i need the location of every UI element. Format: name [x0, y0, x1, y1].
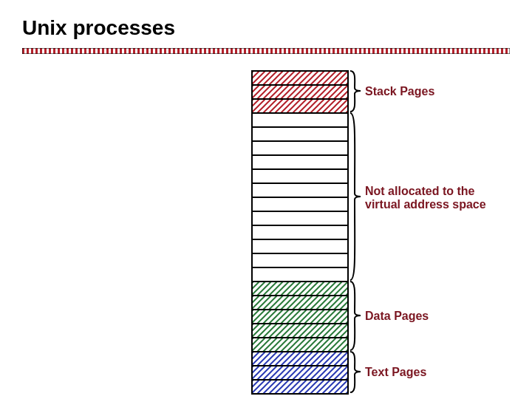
memory-page: [253, 310, 347, 324]
memory-page: [253, 366, 347, 381]
label-text: Text Pages: [365, 366, 426, 379]
svg-rect-8: [253, 324, 347, 337]
memory-page: [253, 184, 347, 198]
page-title: Unix processes: [22, 16, 175, 40]
memory-page: [253, 170, 347, 184]
memory-page: [253, 226, 347, 240]
svg-rect-9: [253, 338, 347, 351]
memory-page: [253, 254, 347, 268]
brace-stack: [349, 70, 362, 112]
memory-page: [253, 142, 347, 156]
memory-page: [253, 268, 347, 282]
brace-text: [349, 351, 362, 393]
memory-page: [253, 72, 347, 86]
title-divider: [22, 48, 510, 54]
memory-page: [253, 338, 347, 352]
memory-page: [253, 100, 347, 114]
memory-page: [253, 282, 347, 296]
label-data: Data Pages: [365, 310, 429, 323]
label-unalloc-l1: Not allocated to the: [365, 185, 474, 197]
memory-stack: [251, 70, 349, 395]
memory-page: [253, 352, 347, 366]
memory-page: [253, 156, 347, 170]
memory-page: [253, 240, 347, 254]
svg-rect-10: [253, 352, 347, 365]
svg-rect-12: [253, 381, 347, 393]
memory-page: [253, 198, 347, 212]
label-unalloc: Not allocated to the virtual address spa…: [365, 185, 486, 212]
label-stack: Stack Pages: [365, 85, 434, 98]
svg-rect-11: [253, 366, 347, 379]
memory-page: [253, 114, 347, 128]
svg-rect-2: [253, 72, 347, 84]
brace-data: [349, 281, 362, 351]
memory-page: [253, 212, 347, 226]
svg-rect-4: [253, 100, 347, 112]
svg-rect-7: [253, 310, 347, 323]
label-unalloc-l2: virtual address space: [365, 198, 486, 211]
memory-page: [253, 324, 347, 338]
svg-rect-5: [253, 282, 347, 295]
memory-page: [253, 296, 347, 310]
memory-page: [253, 128, 347, 142]
svg-rect-3: [253, 86, 347, 98]
memory-page: [253, 86, 347, 100]
svg-rect-1: [22, 48, 510, 54]
svg-rect-6: [253, 296, 347, 309]
brace-unalloc: [349, 112, 362, 281]
memory-page: [253, 381, 347, 395]
